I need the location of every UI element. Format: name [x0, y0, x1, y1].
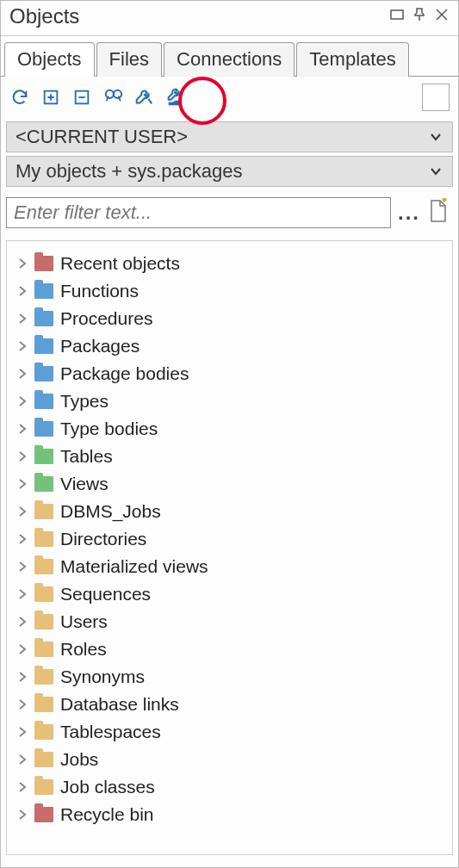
tab-objects[interactable]: Objects [4, 42, 95, 77]
folder-icon [34, 531, 53, 547]
tree-node-label: Functions [60, 281, 139, 301]
close-icon[interactable] [434, 7, 450, 26]
expander-icon[interactable] [14, 699, 31, 710]
tree-node[interactable]: Sequences [14, 580, 449, 608]
tree-node-label: Types [60, 391, 109, 412]
tree-node[interactable]: Tablespaces [14, 718, 449, 746]
tree-node[interactable]: DBMS_Jobs [14, 498, 449, 525]
tree-node[interactable]: Procedures [14, 305, 449, 332]
quick-tool-icon[interactable] [133, 87, 154, 108]
expander-icon[interactable] [14, 258, 31, 269]
tree-node[interactable]: Tables [14, 443, 449, 470]
expander-icon[interactable] [14, 589, 31, 599]
expander-icon[interactable] [14, 534, 31, 544]
folder-icon [34, 779, 53, 795]
expander-icon[interactable] [14, 782, 31, 792]
tree-node-label: Package bodies [60, 363, 189, 384]
folder-icon [34, 421, 53, 437]
new-object-icon[interactable] [427, 198, 450, 227]
folder-icon [34, 586, 53, 602]
expander-icon[interactable] [14, 644, 31, 654]
svg-rect-0 [391, 10, 403, 19]
scope-selector[interactable]: My objects + sys.packages [6, 156, 453, 187]
expander-icon[interactable] [14, 561, 31, 572]
toolbar [1, 77, 458, 118]
folder-icon [34, 697, 53, 712]
filter-more-button[interactable]: ... [398, 201, 420, 225]
tree-node-label: Synonyms [60, 666, 145, 687]
refresh-icon[interactable] [9, 87, 30, 108]
tab-bar: Objects Files Connections Templates [1, 36, 458, 77]
object-tree[interactable]: Recent objectsFunctionsProceduresPackage… [6, 240, 453, 855]
tree-node-label: Packages [60, 336, 140, 356]
folder-icon [34, 752, 53, 767]
tree-node-label: Roles [60, 639, 107, 660]
tree-node[interactable]: Job classes [14, 773, 449, 801]
tree-node-label: DBMS_Jobs [60, 501, 161, 522]
expander-icon[interactable] [14, 369, 31, 379]
tree-node-label: Type bodies [60, 418, 158, 439]
tree-node[interactable]: Jobs [14, 746, 449, 773]
objects-panel: Objects Objects Files Connections Templa… [0, 0, 459, 868]
filter-row: ... [1, 190, 458, 228]
tree-node[interactable]: Functions [14, 277, 449, 305]
tree-node[interactable]: Types [14, 388, 449, 415]
expander-icon[interactable] [14, 479, 31, 489]
folder-icon [34, 642, 53, 657]
tree-node-label: Tablespaces [60, 722, 161, 742]
filter-input[interactable] [6, 197, 391, 228]
expander-icon[interactable] [14, 424, 31, 434]
tool-folder-icon[interactable] [164, 87, 185, 108]
tree-node[interactable]: Package bodies [14, 360, 449, 388]
folder-icon [34, 614, 53, 629]
tree-node[interactable]: Type bodies [14, 415, 449, 443]
tree-node[interactable]: Packages [14, 332, 449, 360]
tree-node[interactable]: Views [14, 470, 449, 498]
svg-point-4 [114, 90, 121, 98]
expander-icon[interactable] [14, 341, 31, 351]
tree-node[interactable]: Synonyms [14, 663, 449, 691]
expander-icon[interactable] [14, 286, 31, 296]
tree-node-label: Database links [60, 694, 179, 715]
folder-icon [34, 669, 53, 685]
find-icon[interactable] [102, 87, 123, 108]
expand-all-icon[interactable] [40, 87, 61, 108]
tree-node[interactable]: Recycle bin [14, 801, 449, 828]
expander-icon[interactable] [14, 809, 31, 820]
tree-node[interactable]: Materialized views [14, 553, 449, 580]
chevron-down-icon [428, 129, 443, 145]
tree-node-label: Tables [60, 446, 113, 467]
expander-icon[interactable] [14, 617, 31, 627]
expander-icon[interactable] [14, 313, 31, 324]
minimize-icon[interactable] [389, 7, 405, 26]
tree-node[interactable]: Database links [14, 691, 449, 718]
tree-node-label: Recent objects [60, 253, 180, 274]
user-selector[interactable]: <CURRENT USER> [6, 121, 453, 152]
collapse-all-icon[interactable] [71, 87, 92, 108]
expander-icon[interactable] [14, 727, 31, 737]
tree-node-label: Job classes [60, 777, 155, 797]
folder-icon [34, 476, 53, 492]
pin-icon[interactable] [412, 7, 427, 26]
expander-icon[interactable] [14, 396, 31, 406]
toolbar-empty-button[interactable] [422, 84, 450, 111]
tree-node[interactable]: Directories [14, 525, 449, 553]
expander-icon[interactable] [14, 506, 31, 517]
tab-connections[interactable]: Connections [164, 42, 295, 77]
tree-node-label: Jobs [60, 749, 98, 770]
tab-files[interactable]: Files [96, 42, 162, 77]
panel-titlebar: Objects [1, 1, 458, 36]
tree-node-label: Recycle bin [60, 804, 154, 825]
tree-node[interactable]: Roles [14, 636, 449, 663]
expander-icon[interactable] [14, 451, 31, 462]
folder-icon [34, 256, 53, 271]
tab-templates[interactable]: Templates [296, 42, 408, 77]
tree-node-label: Users [60, 611, 108, 632]
tree-node-label: Procedures [60, 308, 152, 329]
folder-icon [34, 366, 53, 381]
expander-icon[interactable] [14, 754, 31, 765]
expander-icon[interactable] [14, 672, 31, 682]
tree-node[interactable]: Users [14, 608, 449, 636]
folder-icon [34, 504, 53, 519]
tree-node[interactable]: Recent objects [14, 250, 449, 277]
